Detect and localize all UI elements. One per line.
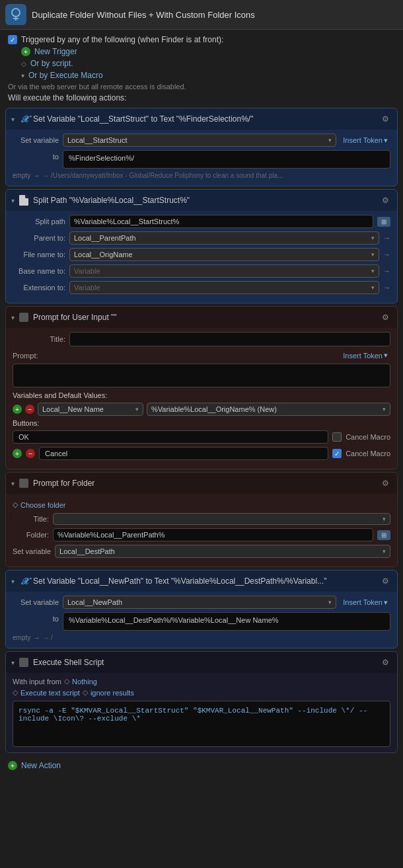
block2-basename-select[interactable]: Variable ▾ — [69, 264, 379, 278]
block1-to-input[interactable]: %FinderSelection%/ — [63, 150, 390, 169]
block3-gear-button[interactable]: ⚙ — [379, 311, 392, 324]
block5-set-var-label: Set variable — [13, 598, 59, 606]
block4-body: ◇ Choose folder Title: ▾ Folder: %Variab… — [6, 494, 397, 567]
block4-folder-browse-button[interactable]: ⊞ — [377, 530, 390, 540]
or-by-script-label[interactable]: Or by script. — [30, 59, 73, 68]
block3-add-var-button[interactable]: + — [13, 405, 22, 414]
action-block-set-new-path: ▾ 𝒳 Set Variable "Local__NewPath" to Tex… — [5, 570, 398, 649]
block3-title-row: Title: — [13, 332, 390, 346]
block6-ignore-results-label[interactable]: ignore results — [91, 689, 134, 697]
new-action-row[interactable]: + New Action — [0, 756, 403, 775]
block2-split-path-label: Split path — [13, 217, 65, 225]
block6-script-area[interactable]: rsync -a -E "$KMVAR_Local__StartStruct" … — [13, 701, 390, 747]
block3-btn1-row: OK Cancel Macro — [13, 430, 390, 444]
block2-basename-arrow[interactable]: → — [383, 267, 390, 275]
block3-btn1-cancel-macro-checkbox[interactable] — [332, 432, 342, 442]
block2-extension-label: Extension to: — [13, 284, 65, 292]
block4-folder-label: Folder: — [13, 531, 49, 539]
block3-btn1-cancel-macro-label: Cancel Macro — [346, 433, 390, 441]
block3-btn2-cancel-macro-checkbox[interactable] — [332, 449, 342, 458]
block3-vars-label: Variables and Default Values: — [13, 391, 390, 399]
web-server-label: Or via the web server but all remote acc… — [8, 83, 186, 91]
block3-remove-var-button[interactable]: − — [25, 405, 34, 414]
block3-body: Title: Prompt: Insert Token ▾ Variables … — [6, 328, 397, 469]
block2-split-path-input[interactable]: %Variable%Local__StartStruct% — [69, 215, 373, 228]
new-trigger-row[interactable]: + New Trigger — [8, 47, 395, 56]
block3-var-default-select[interactable]: %Variable%Local__OrigName% (New) ▾ — [147, 403, 390, 416]
block2-body: Split path %Variable%Local__StartStruct%… — [6, 211, 397, 303]
block1-insert-token-button[interactable]: Insert Token ▾ — [340, 135, 390, 146]
block2-parent-row: Parent to: Local__ParentPath ▾ → — [13, 231, 390, 245]
block5-empty-preview: empty → → / — [13, 633, 390, 643]
block4-collapse-arrow[interactable]: ▾ — [11, 480, 15, 487]
block6-collapse-arrow[interactable]: ▾ — [11, 659, 15, 666]
block4-folder-input[interactable]: %Variable%Local__ParentPath% — [53, 528, 373, 541]
or-by-script-row: ◇ Or by script. — [8, 59, 395, 68]
block3-prompt-body[interactable] — [13, 364, 390, 387]
block4-set-var-select[interactable]: Local__DestPath ▾ — [55, 545, 390, 558]
add-trigger-icon[interactable]: + — [21, 47, 30, 56]
block2-collapse-arrow[interactable]: ▾ — [11, 197, 15, 204]
block3-buttons-label: Buttons: — [13, 419, 390, 427]
block3-btn1-input[interactable]: OK — [13, 430, 328, 444]
block4-choose-folder-row[interactable]: ◇ Choose folder — [13, 498, 390, 513]
block3-prompt-label: Prompt: — [13, 352, 46, 360]
block5-gear-button[interactable]: ⚙ — [379, 574, 392, 588]
block6-execute-text-row: ◇ Execute text script ◇ ignore results — [13, 688, 390, 697]
block2-filename-select[interactable]: Local__OrigName ▾ — [69, 248, 379, 261]
block3-remove-btn-button[interactable]: − — [26, 449, 35, 458]
block1-gear-button[interactable]: ⚙ — [379, 112, 392, 126]
block2-parent-select[interactable]: Local__ParentPath ▾ — [69, 231, 379, 245]
block1-header: ▾ 𝒳 Set Variable "Local__StartStruct" to… — [6, 108, 397, 130]
block6-nothing-label[interactable]: Nothing — [72, 678, 97, 686]
block1-to-label: to — [13, 150, 59, 161]
action-block-prompt-user: ▾ Prompt for User Input "" ⚙ Title: Prom… — [5, 306, 398, 469]
block5-icon: 𝒳 — [18, 576, 29, 586]
app-logo — [5, 4, 26, 25]
block5-to-label: to — [13, 612, 59, 623]
or-by-macro-label[interactable]: Or by Execute Macro — [28, 71, 103, 80]
block1-variable-select[interactable]: Local__StartStruct ▾ — [63, 134, 336, 147]
add-action-icon[interactable]: + — [8, 761, 17, 770]
block3-collapse-arrow[interactable]: ▾ — [11, 314, 15, 321]
block1-set-variable-row: Set variable Local__StartStruct ▾ Insert… — [13, 134, 390, 147]
block6-gear-button[interactable]: ⚙ — [379, 656, 392, 669]
block6-with-input-label: With input from — [13, 678, 61, 686]
block4-set-var-row: Set variable Local__DestPath ▾ — [13, 545, 390, 558]
block2-gear-button[interactable]: ⚙ — [379, 194, 392, 207]
new-action-label[interactable]: New Action — [21, 761, 61, 770]
or-by-macro-row: ▾ Or by Execute Macro — [8, 71, 395, 80]
new-trigger-label[interactable]: New Trigger — [34, 47, 77, 56]
block6-execute-text-label[interactable]: Execute text script — [20, 689, 80, 697]
block4-choose-folder-label[interactable]: Choose folder — [20, 501, 66, 509]
block5-variable-select[interactable]: Local__NewPath ▾ — [63, 596, 336, 609]
action-block-prompt-folder: ▾ Prompt for Folder ⚙ ◇ Choose folder Ti… — [5, 472, 398, 567]
block5-insert-token-button[interactable]: Insert Token ▾ — [340, 597, 390, 608]
block4-gear-button[interactable]: ⚙ — [379, 477, 392, 490]
block4-title-row: Title: ▾ — [13, 513, 390, 525]
block2-extension-select[interactable]: Variable ▾ — [69, 281, 379, 294]
block4-header: ▾ Prompt for Folder ⚙ — [6, 473, 397, 494]
block2-header: ▾ Split Path "%Variable%Local__StartStru… — [6, 190, 397, 211]
block6-with-input-row: With input from ◇ Nothing — [13, 677, 390, 686]
block2-extension-arrow[interactable]: → — [383, 284, 390, 292]
block4-title-select[interactable]: ▾ — [53, 513, 390, 525]
block2-parent-arrow[interactable]: → — [383, 234, 390, 242]
trigger-label: Triggered by any of the following (when … — [21, 35, 223, 44]
svg-point-0 — [12, 9, 20, 17]
block1-body: Set variable Local__StartStruct ▾ Insert… — [6, 130, 397, 186]
block5-to-input[interactable]: %Variable%Local__DestPath%/%Variable%Loc… — [63, 612, 390, 631]
block3-var-row: + − Local__New Name ▾ %Variable%Local__O… — [13, 403, 390, 416]
block3-header: ▾ Prompt for User Input "" ⚙ — [6, 307, 397, 328]
block5-collapse-arrow[interactable]: ▾ — [11, 578, 15, 585]
block3-add-btn-button[interactable]: + — [13, 449, 22, 458]
trigger-checkbox[interactable] — [8, 35, 17, 44]
block2-filename-arrow[interactable]: → — [383, 251, 390, 258]
block3-btn2-input[interactable]: Cancel — [39, 447, 328, 460]
block3-insert-token-button[interactable]: Insert Token ▾ — [340, 350, 390, 361]
block5-to-row: to %Variable%Local__DestPath%/%Variable%… — [13, 612, 390, 631]
block3-title-input[interactable] — [69, 332, 390, 346]
block1-collapse-arrow[interactable]: ▾ — [11, 116, 15, 123]
block2-browse-button[interactable]: ⊞ — [377, 217, 390, 227]
block3-var-name-select[interactable]: Local__New Name ▾ — [38, 403, 143, 416]
